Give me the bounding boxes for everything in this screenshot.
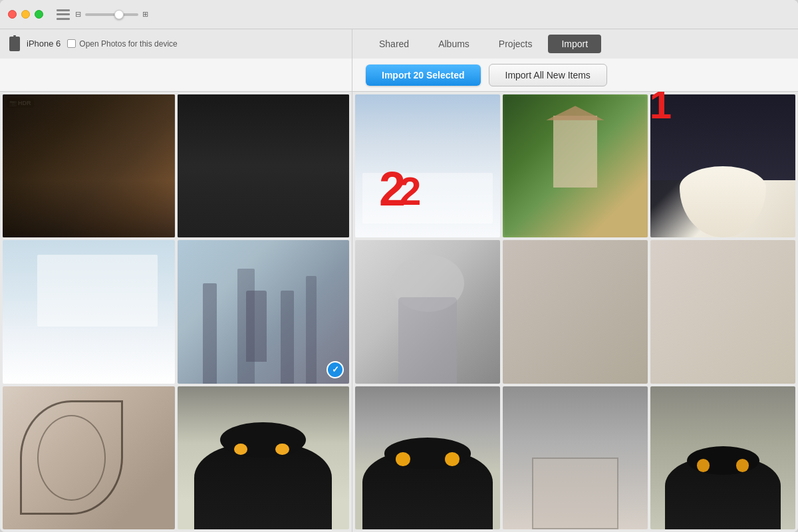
- photo-cell[interactable]: [3, 240, 175, 383]
- zoom-out-icon: ⊟: [75, 10, 81, 19]
- open-photos-label: Open Photos for this device: [79, 39, 177, 49]
- open-photos-option[interactable]: Open Photos for this device: [67, 39, 177, 49]
- photo-cell[interactable]: [355, 240, 500, 383]
- device-icon: [9, 37, 20, 51]
- import-selected-button[interactable]: Import 20 Selected: [366, 65, 481, 86]
- device-bar: iPhone 6 Open Photos for this device: [0, 29, 352, 59]
- window-controls: ⊟ ⊞: [57, 9, 148, 20]
- right-photo-grid: [352, 92, 798, 532]
- sidebar-toggle[interactable]: [57, 9, 70, 20]
- photo-cell[interactable]: [503, 94, 648, 237]
- photo-cell[interactable]: [503, 386, 648, 529]
- main-content: 1 2 📷 HDR: [0, 92, 798, 532]
- left-import-area: [0, 59, 352, 91]
- photo-cell-selected[interactable]: [178, 240, 350, 383]
- title-bar: ⊟ ⊞: [0, 0, 798, 29]
- tab-import[interactable]: Import: [548, 35, 601, 53]
- toolbar: iPhone 6 Open Photos for this device Sha…: [0, 29, 798, 59]
- maximize-button[interactable]: [35, 10, 43, 19]
- close-button[interactable]: [8, 10, 17, 19]
- tab-albums[interactable]: Albums: [425, 35, 483, 53]
- photo-cell[interactable]: [3, 386, 175, 529]
- zoom-slider-container: ⊟ ⊞: [75, 10, 148, 19]
- zoom-in-icon: ⊞: [142, 10, 148, 19]
- selection-checkmark: [327, 361, 344, 378]
- photo-cell[interactable]: [650, 386, 795, 529]
- tabs-bar: Shared Albums Projects Import: [352, 29, 798, 59]
- photo-cell[interactable]: [650, 94, 795, 237]
- tab-projects[interactable]: Projects: [485, 35, 546, 53]
- slider-thumb[interactable]: [114, 10, 124, 19]
- app-window: ⊟ ⊞ iPhone 6 Open Photos for this device…: [0, 0, 798, 532]
- left-photo-grid: 📷 HDR: [0, 92, 352, 532]
- traffic-lights: [8, 10, 43, 19]
- import-action-bar: Import 20 Selected Import All New Items: [0, 59, 798, 92]
- import-all-button[interactable]: Import All New Items: [489, 64, 607, 86]
- photo-cell[interactable]: [355, 94, 500, 237]
- minimize-button[interactable]: [21, 10, 30, 19]
- photo-cell[interactable]: [178, 386, 350, 529]
- photo-cell[interactable]: [178, 94, 350, 237]
- photo-cell[interactable]: [650, 240, 795, 383]
- photo-cell[interactable]: [503, 240, 648, 383]
- zoom-slider[interactable]: [85, 13, 138, 16]
- device-name: iPhone 6: [27, 39, 61, 49]
- right-import-area: Import 20 Selected Import All New Items: [352, 59, 798, 91]
- open-photos-checkbox[interactable]: [67, 39, 76, 48]
- tab-shared[interactable]: Shared: [366, 35, 422, 53]
- photo-cell[interactable]: [355, 386, 500, 529]
- photo-cell[interactable]: 📷 HDR: [3, 94, 175, 237]
